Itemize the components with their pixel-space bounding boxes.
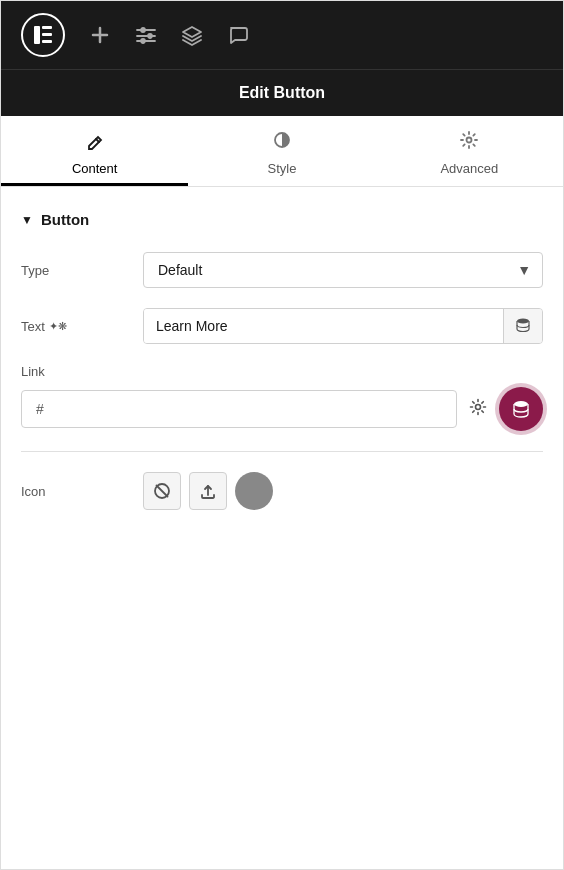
icon-none-button[interactable] bbox=[143, 472, 181, 510]
link-input-group bbox=[21, 387, 543, 431]
link-gear-button[interactable] bbox=[465, 394, 491, 425]
panel-header: Edit Button bbox=[1, 69, 563, 116]
svg-marker-15 bbox=[183, 27, 201, 37]
divider bbox=[21, 451, 543, 452]
customize-icon[interactable] bbox=[135, 24, 157, 46]
icon-upload-button[interactable] bbox=[189, 472, 227, 510]
chat-icon[interactable] bbox=[227, 24, 249, 46]
tab-content[interactable]: Content bbox=[1, 116, 188, 186]
ai-sparkle-icon: ✦❋ bbox=[49, 320, 67, 333]
tab-style-label: Style bbox=[268, 161, 297, 176]
tab-advanced[interactable]: Advanced bbox=[376, 116, 563, 186]
link-db-button[interactable] bbox=[499, 387, 543, 431]
type-select-wrapper: Default Info Success Warning Danger ▼ bbox=[143, 252, 543, 288]
svg-rect-2 bbox=[42, 33, 52, 36]
field-link: Link bbox=[21, 364, 543, 431]
section-button: ▼ Button bbox=[21, 211, 543, 228]
svg-point-19 bbox=[517, 319, 529, 324]
advanced-tab-icon bbox=[459, 130, 479, 155]
svg-rect-0 bbox=[34, 26, 40, 44]
type-label: Type bbox=[21, 263, 131, 278]
text-label: Text ✦❋ bbox=[21, 319, 131, 334]
link-label: Link bbox=[21, 364, 543, 379]
svg-line-23 bbox=[157, 486, 168, 497]
type-control: Default Info Success Warning Danger ▼ bbox=[143, 252, 543, 288]
type-select[interactable]: Default Info Success Warning Danger bbox=[143, 252, 543, 288]
text-input-group bbox=[143, 308, 543, 344]
tab-content-label: Content bbox=[72, 161, 118, 176]
field-text: Text ✦❋ bbox=[21, 308, 543, 344]
elementor-logo[interactable] bbox=[21, 13, 65, 57]
link-input[interactable] bbox=[21, 390, 457, 428]
text-input[interactable] bbox=[144, 309, 503, 343]
content-tab-icon bbox=[85, 130, 105, 155]
panel: Edit Button Content Style bbox=[0, 0, 564, 870]
svg-rect-3 bbox=[42, 40, 52, 43]
icon-buttons-group bbox=[143, 472, 273, 510]
text-db-button[interactable] bbox=[503, 309, 542, 343]
panel-title: Edit Button bbox=[239, 84, 325, 101]
tab-advanced-label: Advanced bbox=[440, 161, 498, 176]
svg-rect-1 bbox=[42, 26, 52, 29]
svg-line-16 bbox=[96, 139, 99, 142]
svg-point-18 bbox=[467, 138, 472, 143]
text-label-text: Text bbox=[21, 319, 45, 334]
field-icon: Icon bbox=[21, 472, 543, 510]
icon-circle-button[interactable] bbox=[235, 472, 273, 510]
tab-style[interactable]: Style bbox=[188, 116, 375, 186]
tabs-container: Content Style Advanced bbox=[1, 116, 563, 187]
content-area: ▼ Button Type Default Info Success Warni… bbox=[1, 187, 563, 869]
field-type: Type Default Info Success Warning Danger… bbox=[21, 252, 543, 288]
section-title-label: Button bbox=[41, 211, 89, 228]
text-control bbox=[143, 308, 543, 344]
top-bar bbox=[1, 1, 563, 69]
add-icon[interactable] bbox=[89, 24, 111, 46]
section-arrow-icon: ▼ bbox=[21, 213, 33, 227]
style-tab-icon bbox=[272, 130, 292, 155]
icon-label: Icon bbox=[21, 484, 131, 499]
svg-point-20 bbox=[476, 404, 481, 409]
svg-point-21 bbox=[514, 401, 528, 407]
layers-icon[interactable] bbox=[181, 24, 203, 46]
